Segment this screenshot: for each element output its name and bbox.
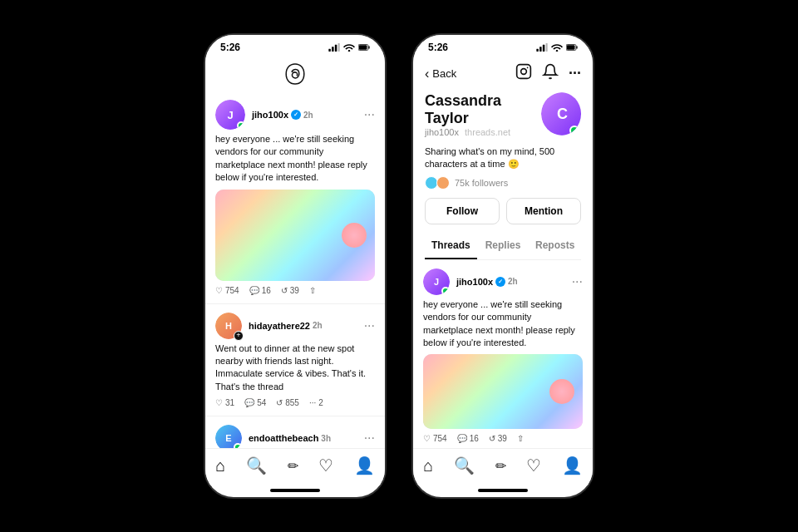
post-3: E endoatthebeach 3h ··· do u ever get pi… [205,416,385,448]
battery-icon-2 [566,43,578,52]
more-icon-1[interactable]: ··· [364,107,375,122]
post-text-1: hey everyone ... we're still seeking ven… [215,133,375,185]
profile-followers: 75k followers [425,176,581,190]
reposts-2[interactable]: ↺ 855 [276,398,299,407]
status-icons-2 [536,43,578,52]
signal-icon-2 [536,43,548,52]
tab-reposts[interactable]: Reposts [529,233,581,259]
verified-icon-p1: ✓ [495,277,505,287]
nav-compose-2[interactable]: ✏ [495,458,506,474]
profile-share-1[interactable]: ⇧ [517,434,524,443]
nav-search-2[interactable]: 🔍 [454,456,475,475]
post-username-1: jiho100x ✓ 2h [252,110,357,120]
avatar-hidaya: H + [215,313,242,339]
more-icon-3[interactable]: ··· [364,431,375,446]
follower-avatar-2 [436,176,450,190]
svg-rect-9 [539,47,542,52]
share-icon-1: ⇧ [309,286,316,295]
follow-button[interactable]: Follow [425,198,500,224]
status-bar-2: 5:26 [413,35,593,57]
reposts-1[interactable]: ↺ 39 [281,286,299,295]
profile-info: Cassandra Taylor jiho100x threads.net C [425,92,581,140]
heart-icon-1: ♡ [215,286,223,295]
nav-likes-2[interactable]: ♡ [526,456,541,475]
more-icon-p1[interactable]: ··· [572,274,583,289]
post-text-2: Went out to dinner at the new spot nearb… [215,342,375,394]
post-2: H + hidayathere22 2h ··· Went out to din… [205,304,385,417]
mention-button[interactable]: Mention [506,198,581,224]
nav-likes-1[interactable]: ♡ [318,456,333,475]
extra-2[interactable]: ··· 2 [309,398,323,407]
chevron-left-icon: ‹ [425,66,429,81]
profile-header: ‹ Back ··· [413,57,593,260]
profile-post-username-1: jiho100x ✓ 2h [456,277,565,287]
nav-compose-1[interactable]: ✏ [288,458,298,474]
profile-handle: jiho100x threads.net [425,127,541,137]
threads-logo-1 [283,62,308,86]
notification-icon[interactable] [542,63,559,84]
more-icon-2[interactable]: ··· [364,318,375,333]
post-actions-1: ♡ 754 💬 16 ↺ 39 ⇧ [215,286,375,295]
repost-icon-p1: ↺ [489,434,495,443]
svg-rect-3 [338,43,340,52]
svg-rect-10 [543,45,545,52]
profile-online-dot [569,126,579,135]
svg-rect-13 [576,46,577,49]
profile-reposts-1[interactable]: ↺ 39 [489,434,507,443]
svg-rect-15 [517,65,531,79]
post-username-2: hidayathere22 2h [249,321,357,331]
bottom-nav-2: ⌂ 🔍 ✏ ♡ 👤 [413,448,593,485]
tab-replies[interactable]: Replies [477,233,530,259]
nav-home-2[interactable]: ⌂ [423,456,433,475]
add-icon[interactable]: + [234,331,244,341]
more-dots-icon[interactable]: ··· [569,65,581,82]
svg-point-7 [292,71,293,72]
svg-rect-6 [359,45,367,50]
time-1: 5:26 [220,42,240,53]
time-2: 5:26 [428,42,448,53]
svg-rect-1 [332,47,334,52]
online-dot-3 [234,443,242,448]
profile-post-actions-1: ♡ 754 💬 16 ↺ 39 ⇧ [423,434,583,443]
svg-point-17 [527,67,529,69]
profile-name-section: Cassandra Taylor jiho100x threads.net [425,92,541,140]
feed-1: J jiho100x ✓ 2h ··· hey everyone ... we'… [205,91,385,448]
share-1[interactable]: ⇧ [309,286,316,295]
app-header-1 [205,57,385,91]
profile-post-text-1: hey everyone ... we're still seeking ven… [423,298,583,350]
profile-replies-1[interactable]: 💬 16 [457,434,479,443]
svg-rect-8 [536,49,539,52]
avatar-jiho100x-1: J [215,100,245,130]
svg-rect-14 [567,45,575,50]
wifi-icon [343,43,355,52]
tab-threads[interactable]: Threads [425,233,477,259]
nav-search-1[interactable]: 🔍 [246,456,267,475]
nav-profile-1[interactable]: 👤 [354,456,375,475]
back-button[interactable]: ‹ Back [425,66,456,81]
share-icon-p1: ⇧ [517,434,524,443]
repost-icon-2: ↺ [276,398,283,407]
avatar-endo: E [215,425,242,448]
repost-icon-1: ↺ [281,286,288,295]
likes-1[interactable]: ♡ 754 [215,286,239,295]
profile-nav: ‹ Back ··· [425,63,581,84]
profile-post-1: J jiho100x ✓ 2h ··· hey everyone ... we'… [413,260,593,448]
wifi-icon-2 [551,43,563,52]
svg-rect-0 [328,49,331,52]
svg-rect-11 [546,43,548,52]
replies-1[interactable]: 💬 16 [249,286,271,295]
status-icons-1 [328,43,370,52]
nav-profile-2[interactable]: 👤 [562,456,583,475]
heart-icon-p1: ♡ [423,434,431,443]
post-meta-1: jiho100x ✓ 2h [252,110,357,120]
nav-home-1[interactable]: ⌂ [215,456,225,475]
signal-icon [328,43,340,52]
post-meta-2: hidayathere22 2h [249,321,357,331]
likes-2[interactable]: ♡ 31 [215,398,234,407]
profile-post-avatar-1: J [423,268,450,295]
heart-icon-2: ♡ [215,398,223,407]
replies-2[interactable]: 💬 54 [244,398,266,407]
instagram-icon[interactable] [515,63,532,84]
profile-likes-1[interactable]: ♡ 754 [423,434,447,443]
home-indicator-2 [478,489,528,492]
